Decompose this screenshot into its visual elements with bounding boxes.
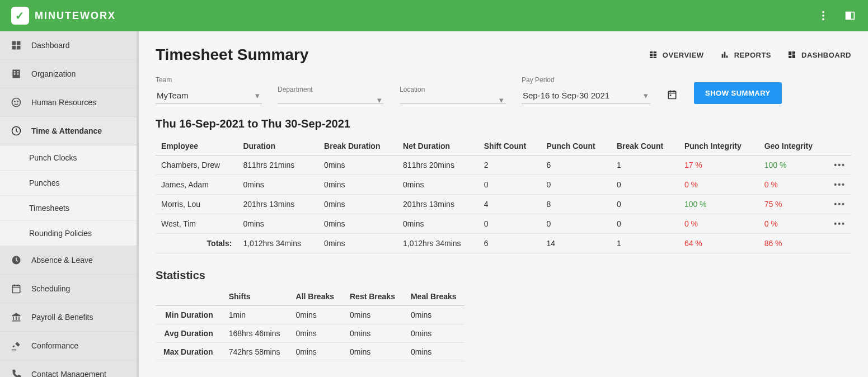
totals-row: Totals:1,012hrs 34mins0mins1,012hrs 34mi… xyxy=(156,234,851,253)
sidebar-item-label: Organization xyxy=(31,69,76,78)
table-row: Morris, Lou201hrs 13mins0mins201hrs 13mi… xyxy=(156,195,851,214)
caret-down-icon: ▾ xyxy=(499,95,504,105)
sidebar-item-label: Human Resources xyxy=(31,98,96,107)
phone-icon xyxy=(10,368,22,377)
stats-row: Avg Duration168hrs 46mins0mins0mins0mins xyxy=(156,324,465,343)
sidebar-sub-rounding-policies[interactable]: Rounding Policies xyxy=(0,221,137,246)
filter-payperiod-select[interactable]: Sep-16 to Sep-30 2021 ▾ xyxy=(522,87,650,104)
summary-header: Net Duration xyxy=(397,137,478,155)
table-row: James, Adam0mins0mins0mins0000 %0 %••• xyxy=(156,175,851,195)
svg-rect-38 xyxy=(670,95,672,96)
summary-header: Punch Count xyxy=(541,137,611,155)
sidebar-item-label: Conformance xyxy=(31,341,78,350)
calendar-button[interactable] xyxy=(666,88,678,101)
brand[interactable]: ✓ MINUTEWORX xyxy=(11,7,116,25)
sidebar-item-label: Payroll & Benefits xyxy=(31,313,93,322)
summary-header: Duration xyxy=(237,137,318,155)
filter-location-label: Location xyxy=(400,86,506,93)
caret-down-icon: ▾ xyxy=(377,95,382,105)
caret-down-icon: ▾ xyxy=(255,91,260,101)
row-menu-button[interactable]: ••• xyxy=(828,175,851,195)
svg-point-2 xyxy=(822,18,824,21)
sidebar-item-contact[interactable]: Contact Management xyxy=(0,360,137,377)
row-menu-button[interactable]: ••• xyxy=(828,195,851,214)
svg-rect-37 xyxy=(668,91,675,98)
filter-department-select[interactable]: ▾ xyxy=(278,97,384,104)
svg-rect-10 xyxy=(14,71,15,73)
sidebar-item-dashboard[interactable]: Dashboard xyxy=(0,31,137,60)
svg-rect-8 xyxy=(17,46,21,50)
bar-chart-icon xyxy=(720,50,730,60)
face-icon xyxy=(10,96,22,109)
filters-row: Team MyTeam ▾ Department ▾ Location xyxy=(156,76,851,104)
sidebar-sub-punch-clocks[interactable]: Punch Clocks xyxy=(0,145,137,171)
svg-rect-30 xyxy=(721,54,723,58)
tab-overview[interactable]: OVERVIEW xyxy=(648,50,704,60)
bank-icon xyxy=(10,311,22,323)
svg-rect-20 xyxy=(13,317,14,320)
svg-rect-25 xyxy=(653,51,656,53)
svg-rect-34 xyxy=(792,51,795,54)
sidebar-item-label: Time & Attendance xyxy=(31,126,102,135)
more-vert-icon[interactable] xyxy=(817,9,830,22)
row-menu-button[interactable]: ••• xyxy=(828,155,851,175)
table-row: Chambers, Drew811hrs 21mins0mins811hrs 2… xyxy=(156,155,851,175)
brand-logo-icon: ✓ xyxy=(11,7,29,25)
sidebar-item-label: Absence & Leave xyxy=(31,256,93,265)
summary-header: Geo Integrity xyxy=(759,137,829,155)
grid-icon xyxy=(648,50,658,60)
summary-header: Employee xyxy=(156,137,237,155)
calendar-icon xyxy=(10,282,22,295)
topbar: ✓ MINUTEWORX xyxy=(0,0,868,31)
svg-rect-26 xyxy=(650,54,653,56)
svg-point-16 xyxy=(17,101,18,102)
svg-rect-24 xyxy=(650,51,653,53)
filter-department-label: Department xyxy=(278,86,384,93)
statistics-title: Statistics xyxy=(156,269,851,282)
svg-rect-32 xyxy=(726,55,728,58)
svg-rect-21 xyxy=(16,317,17,320)
statistics-table: ShiftsAll BreaksRest BreaksMeal Breaks M… xyxy=(156,288,465,361)
sidebar-item-organization[interactable]: Organization xyxy=(0,60,137,88)
svg-rect-33 xyxy=(789,51,791,55)
svg-point-15 xyxy=(15,101,16,102)
table-row: West, Tim0mins0mins0mins0000 %0 %••• xyxy=(156,214,851,234)
filter-payperiod-label: Pay Period xyxy=(522,76,650,84)
filter-team-select[interactable]: MyTeam ▾ xyxy=(156,87,262,104)
svg-point-14 xyxy=(12,98,21,107)
tab-dashboard[interactable]: DASHBOARD xyxy=(787,50,851,60)
sidebar-item-time-attendance[interactable]: Time & Attendance xyxy=(0,117,137,145)
svg-rect-5 xyxy=(12,41,16,45)
svg-rect-11 xyxy=(17,71,19,73)
tab-reports[interactable]: REPORTS xyxy=(720,50,771,60)
clock-filled-icon xyxy=(10,254,22,266)
sidebar-sub-punches[interactable]: Punches xyxy=(0,171,137,196)
svg-rect-19 xyxy=(12,285,20,293)
sidebar-item-conformance[interactable]: Conformance xyxy=(0,332,137,360)
sidebar-item-payroll[interactable]: Payroll & Benefits xyxy=(0,303,137,332)
svg-rect-9 xyxy=(12,70,20,78)
row-menu-button[interactable]: ••• xyxy=(828,214,851,234)
date-range-title: Thu 16-Sep-2021 to Thu 30-Sep-2021 xyxy=(156,117,851,130)
svg-rect-6 xyxy=(17,41,21,45)
svg-rect-27 xyxy=(653,54,656,56)
sidebar-item-absence[interactable]: Absence & Leave xyxy=(0,246,137,275)
panel-icon[interactable] xyxy=(843,9,857,22)
dashboard-small-icon xyxy=(787,50,797,60)
view-tabs: OVERVIEW REPORTS DASHBOARD xyxy=(648,50,851,60)
sidebar-item-scheduling[interactable]: Scheduling xyxy=(0,275,137,303)
svg-rect-29 xyxy=(653,56,656,58)
sidebar-sub-timesheets[interactable]: Timesheets xyxy=(0,196,137,221)
svg-rect-31 xyxy=(724,52,725,58)
caret-down-icon: ▾ xyxy=(644,91,648,101)
sidebar-item-hr[interactable]: Human Resources xyxy=(0,88,137,117)
show-summary-button[interactable]: SHOW SUMMARY xyxy=(694,82,782,104)
svg-rect-12 xyxy=(14,73,15,75)
filter-location-select[interactable]: ▾ xyxy=(400,97,506,104)
sidebar-item-label: Contact Management xyxy=(31,370,106,377)
svg-rect-35 xyxy=(792,54,795,58)
main-content: Timesheet Summary OVERVIEW REPORTS DASHB… xyxy=(139,31,868,377)
stats-row: Min Duration1min0mins0mins0mins xyxy=(156,306,465,324)
page-title: Timesheet Summary xyxy=(156,46,308,64)
svg-rect-28 xyxy=(650,56,653,58)
